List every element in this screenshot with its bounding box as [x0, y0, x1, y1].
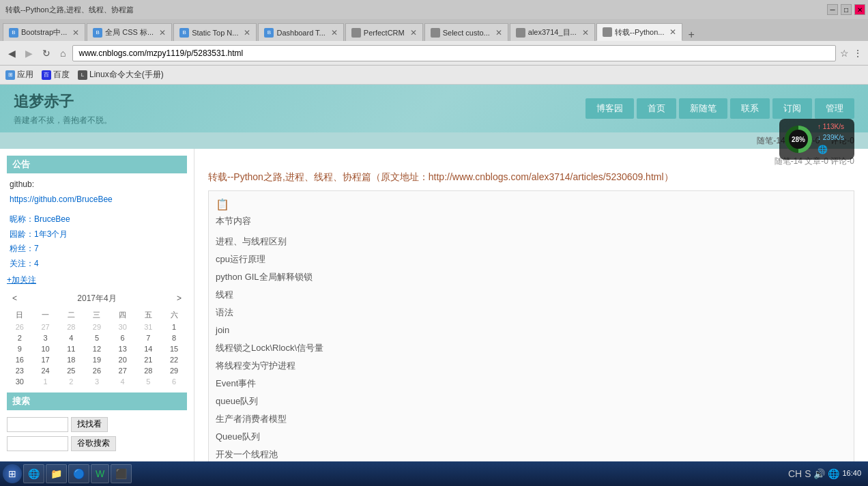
toc-item[interactable]: join	[216, 321, 847, 339]
cal-day[interactable]: 27	[110, 365, 136, 376]
article-link[interactable]: 转载--Python之路,进程、线程、协程篇（原文地址：http://www.c…	[208, 171, 854, 184]
follow-button[interactable]: +加关注	[7, 275, 36, 285]
cal-day[interactable]: 23	[7, 365, 33, 376]
cal-day[interactable]: 29	[84, 321, 110, 332]
cal-day[interactable]: 17	[33, 354, 59, 365]
cal-day[interactable]: 30	[110, 321, 136, 332]
cal-day[interactable]: 29	[161, 365, 187, 376]
nav-home[interactable]: 首页	[637, 98, 676, 119]
tab-close[interactable]: ✕	[72, 28, 79, 38]
cal-day[interactable]: 11	[58, 343, 84, 354]
cal-day[interactable]: 26	[84, 365, 110, 376]
toc-item[interactable]: Event事件	[216, 375, 847, 392]
cal-day[interactable]: 3	[84, 376, 110, 387]
back-button[interactable]: ◀	[5, 46, 18, 60]
cal-day[interactable]: 20	[110, 354, 136, 365]
cal-day[interactable]: 3	[33, 332, 59, 343]
cal-day[interactable]: 15	[161, 343, 187, 354]
tab-close[interactable]: ✕	[159, 28, 166, 38]
cal-day[interactable]: 31	[136, 321, 162, 332]
tab-close[interactable]: ✕	[331, 28, 338, 38]
toc-item[interactable]: 语法	[216, 304, 847, 321]
cal-day[interactable]: 26	[7, 321, 33, 332]
tab-close[interactable]: ✕	[669, 27, 676, 37]
google-search-input[interactable]	[7, 436, 68, 451]
nickname-value[interactable]: BruceBee	[34, 214, 70, 224]
toc-item[interactable]: python GIL全局解释锁锁	[216, 268, 847, 286]
cal-day[interactable]: 21	[136, 354, 162, 365]
cal-day[interactable]: 4	[110, 376, 136, 387]
cal-prev[interactable]: <	[10, 294, 20, 303]
tab-css[interactable]: B 全局 CSS 标... ✕	[87, 23, 172, 41]
tab-select[interactable]: Select custo... ✕	[424, 23, 508, 41]
toc-item[interactable]: cpu运行原理	[216, 251, 847, 268]
close-button[interactable]: ✕	[854, 4, 865, 15]
tab-static[interactable]: B Static Top N... ✕	[173, 23, 257, 41]
cal-day[interactable]: 16	[7, 354, 33, 365]
forward-button[interactable]: ▶	[23, 46, 35, 60]
cal-day[interactable]: 9	[7, 343, 33, 354]
tab-close[interactable]: ✕	[244, 28, 250, 38]
cal-day[interactable]: 18	[58, 354, 84, 365]
cal-day[interactable]: 13	[110, 343, 136, 354]
cal-day[interactable]: 19	[84, 354, 110, 365]
bookmark-baidu[interactable]: 百 百度	[42, 69, 70, 81]
cal-day[interactable]: 1	[161, 321, 187, 332]
cal-day[interactable]: 7	[136, 332, 162, 343]
bookmark-icon[interactable]: ☆	[840, 48, 849, 59]
bookmark-apps[interactable]: ⊞ 应用	[5, 69, 33, 81]
cal-day[interactable]: 28	[58, 321, 84, 332]
nav-manage[interactable]: 管理	[815, 98, 854, 119]
tab-close[interactable]: ✕	[410, 28, 417, 38]
cal-day[interactable]: 6	[110, 332, 136, 343]
cal-next[interactable]: >	[174, 294, 184, 303]
settings-icon[interactable]: ⋮	[853, 48, 863, 59]
cal-day[interactable]: 14	[136, 343, 162, 354]
tab-bootstrap[interactable]: B Bootstrap中... ✕	[3, 23, 85, 41]
toc-item[interactable]: 生产者消费者模型	[216, 410, 847, 428]
toc-item[interactable]: 开发一个线程池	[216, 446, 847, 461]
search-btn2[interactable]: 谷歌搜索	[71, 436, 116, 451]
cal-day[interactable]: 5	[84, 332, 110, 343]
new-tab-button[interactable]: +	[684, 29, 698, 41]
tab-close[interactable]: ✕	[495, 28, 502, 38]
cal-day[interactable]: 25	[58, 365, 84, 376]
nav-subscribe[interactable]: 订阅	[772, 98, 812, 119]
toc-item[interactable]: 进程、与线程区别	[216, 233, 847, 251]
cal-day[interactable]: 4	[58, 332, 84, 343]
cal-day[interactable]: 28	[136, 365, 162, 376]
tab-dashboard[interactable]: B Dashboard T... ✕	[258, 23, 343, 41]
search-btn1[interactable]: 找找看	[71, 417, 108, 432]
cal-day[interactable]: 30	[7, 376, 33, 387]
nav-contact[interactable]: 联系	[730, 98, 770, 119]
bookmark-linux[interactable]: L Linux命令大全(手册)	[78, 69, 164, 81]
cal-day[interactable]: 2	[58, 376, 84, 387]
cal-day[interactable]: 10	[33, 343, 59, 354]
minimize-button[interactable]: ─	[827, 4, 838, 15]
cal-day[interactable]: 5	[136, 376, 162, 387]
tab-close[interactable]: ✕	[582, 28, 589, 38]
tab-python[interactable]: 转载--Python... ✕	[596, 23, 683, 41]
cal-day[interactable]: 2	[7, 332, 33, 343]
search-input[interactable]	[7, 417, 68, 432]
url-input[interactable]	[72, 45, 836, 61]
cal-day[interactable]: 12	[84, 343, 110, 354]
cal-day[interactable]: 1	[33, 376, 59, 387]
github-link[interactable]: https://github.com/BruceBee	[10, 195, 113, 204]
cal-day[interactable]: 8	[161, 332, 187, 343]
maximize-button[interactable]: □	[841, 4, 852, 15]
nav-boke[interactable]: 博客园	[585, 98, 634, 119]
toc-item[interactable]: Queue队列	[216, 428, 847, 446]
tab-alex[interactable]: alex3714_目... ✕	[510, 23, 595, 41]
toc-item[interactable]: 线程锁之Lock\Rlock\信号量	[216, 339, 847, 357]
toc-item[interactable]: 将线程变为守护进程	[216, 357, 847, 375]
toc-item[interactable]: 线程	[216, 286, 847, 304]
home-button[interactable]: ⌂	[57, 46, 68, 60]
nav-new[interactable]: 新随笔	[679, 98, 727, 119]
tab-perfectcrm[interactable]: PerfectCRM ✕	[345, 23, 423, 41]
cal-day[interactable]: 24	[33, 365, 59, 376]
cal-day[interactable]: 22	[161, 354, 187, 365]
reload-button[interactable]: ↻	[40, 46, 53, 60]
toc-item[interactable]: queue队列	[216, 392, 847, 410]
cal-day[interactable]: 6	[161, 376, 187, 387]
